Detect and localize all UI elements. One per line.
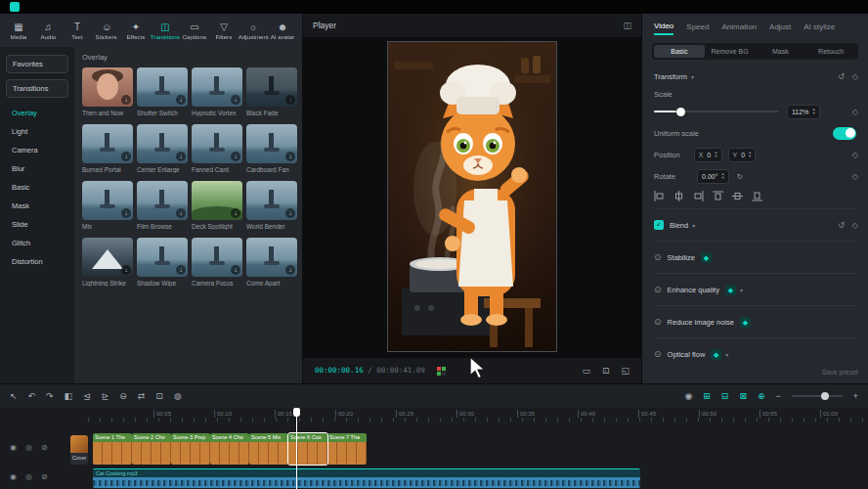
split-icon[interactable]: ◧ — [65, 391, 73, 401]
transition-item[interactable]: ↓Shutter Switch — [137, 67, 188, 124]
scale-slider[interactable] — [654, 111, 779, 112]
select-tool-icon[interactable]: ↖ — [10, 391, 18, 401]
zoom-out-icon[interactable]: − — [775, 391, 780, 401]
delete-right-icon[interactable]: ⊵ — [102, 391, 109, 401]
tab-ai-avatar[interactable]: ☻AI avatar — [268, 22, 297, 40]
hide-track-icon[interactable]: ◎ — [25, 443, 32, 452]
subtab-basic[interactable]: Basic — [654, 45, 705, 58]
tab-effects[interactable]: ✦Effects — [121, 22, 151, 40]
playhead-handle[interactable] — [293, 408, 300, 417]
save-preset-button[interactable]: Save preset — [822, 369, 858, 376]
transition-item[interactable]: ↓Cardboard Fan — [246, 124, 297, 181]
tab-captions[interactable]: ▭Captions — [180, 22, 209, 40]
clip-scene-4[interactable]: Scene 4 Cho — [210, 433, 249, 465]
transition-item[interactable]: ↓Camera Focus — [192, 238, 242, 294]
keyframe-icon[interactable]: ◇ — [852, 172, 858, 181]
transition-item[interactable]: ↓Film Browse — [137, 181, 188, 238]
clip-scene-1[interactable]: Scene 1 The — [93, 433, 132, 465]
clip-scene-7[interactable]: Scene 7 Tha — [327, 433, 367, 465]
tab-ai-stylize[interactable]: AI stylize — [803, 22, 835, 34]
player-layout-icon[interactable]: ◫ — [623, 21, 631, 30]
timeline-ruler[interactable]: 00:05 00:10 00:15 00:20 00:25 00:30 00:3… — [88, 408, 868, 423]
link-clips-icon[interactable]: ⊠ — [739, 391, 747, 401]
record-icon[interactable]: ◉ — [10, 443, 17, 452]
stepper-down-icon[interactable]: ▾ — [812, 111, 814, 115]
sidebar-item-distortion[interactable]: Distortion — [6, 252, 68, 271]
keyframe-icon[interactable]: ◇ — [852, 151, 858, 159]
tab-animation[interactable]: Animation — [721, 22, 757, 34]
tab-media[interactable]: ▦Media — [4, 22, 33, 40]
transition-item[interactable]: ↓Come Apart — [246, 238, 297, 294]
position-y-stepper[interactable]: Y 0 ▴▾ — [728, 148, 757, 162]
timeline-zoom-slider[interactable] — [792, 395, 843, 397]
blend-checkbox[interactable]: ✓ — [654, 220, 664, 230]
delete-icon[interactable]: ⊖ — [119, 391, 127, 401]
clip-scene-6[interactable]: Scene 6 Coo — [288, 433, 327, 465]
tab-filters[interactable]: ▽Filters — [209, 22, 239, 40]
subtab-mask[interactable]: Mask — [756, 45, 806, 58]
transition-item[interactable]: ↓Black Fade — [246, 67, 297, 124]
redo-icon[interactable]: ↷ — [46, 391, 54, 401]
stepper-down-icon[interactable]: ▾ — [715, 155, 716, 158]
video-preview[interactable] — [303, 37, 641, 358]
transition-item[interactable]: ↓Lightning Strike — [82, 238, 133, 294]
subtab-remove-bg[interactable]: Remove BG — [705, 45, 756, 58]
preview-axis-icon[interactable]: ⊞ — [703, 391, 711, 401]
sidebar-item-camera[interactable]: Camera — [6, 141, 68, 159]
sidebar-item-basic[interactable]: Basic — [6, 178, 68, 197]
transition-item[interactable]: ↓Mix — [82, 181, 133, 238]
subtab-retouch[interactable]: Retouch — [805, 45, 856, 58]
undo-icon[interactable]: ↶ — [28, 391, 36, 401]
mask-tool-icon[interactable]: ◍ — [174, 391, 182, 401]
transition-item[interactable]: ↓Hypnotic Vortex — [192, 67, 242, 124]
tab-adjust[interactable]: Adjust — [769, 22, 791, 34]
rotate-stepper[interactable]: 0.00° ▴▾ — [697, 169, 729, 184]
align-left-icon[interactable] — [654, 191, 665, 201]
delete-left-icon[interactable]: ⊴ — [83, 391, 91, 401]
clip-scene-5[interactable]: Scene 5 Mix — [249, 433, 288, 465]
transition-item[interactable]: ↓Then and Now — [82, 67, 133, 124]
zoom-slider-knob[interactable] — [821, 392, 829, 400]
transition-item[interactable]: ↓Center Enlarge — [137, 124, 188, 181]
transition-item[interactable]: ↓Deck Spotlight — [192, 181, 242, 238]
sidebar-favorites[interactable]: Favorites — [6, 55, 68, 73]
ratio-icon[interactable]: ▭ — [582, 366, 590, 376]
sidebar-transitions[interactable]: Transitions — [6, 79, 68, 98]
align-middle-v-icon[interactable] — [732, 191, 743, 201]
position-x-stepper[interactable]: X 0 ▴▾ — [694, 148, 722, 162]
align-right-icon[interactable] — [693, 191, 704, 201]
crop-icon[interactable]: ⊡ — [155, 391, 163, 401]
sidebar-item-mask[interactable]: Mask — [6, 197, 68, 215]
transition-item[interactable]: ↓Burned Portal — [82, 124, 133, 181]
scale-value-stepper[interactable]: 112% ▴▾ — [787, 105, 820, 119]
clip-scene-3[interactable]: Scene 3 Prep — [171, 433, 210, 465]
transition-item[interactable]: ↓World Bender — [246, 181, 297, 238]
reset-icon[interactable]: ↺ — [838, 72, 845, 81]
reduce-noise-label[interactable]: Reduce image noise — [668, 318, 734, 327]
voiceover-icon[interactable]: ◉ — [684, 391, 692, 401]
sidebar-item-glitch[interactable]: Glitch — [6, 234, 68, 252]
tab-speed[interactable]: Speed — [686, 22, 709, 34]
transform-section-label[interactable]: Transform — [654, 72, 687, 81]
sidebar-item-light[interactable]: Light — [6, 122, 68, 141]
lock-track-icon[interactable]: ⊘ — [41, 443, 48, 452]
keyframe-icon[interactable]: ◇ — [852, 221, 858, 230]
optical-flow-label[interactable]: Optical flow — [668, 350, 706, 359]
playhead[interactable] — [296, 408, 297, 489]
rotate-dial-icon[interactable]: ↻ — [737, 172, 743, 181]
align-top-icon[interactable] — [713, 191, 723, 201]
enhance-quality-label[interactable]: Enhance quality — [668, 286, 719, 294]
sidebar-item-slide[interactable]: Slide — [6, 215, 68, 234]
tab-adjustment[interactable]: ☼Adjustment — [239, 22, 268, 40]
align-center-h-icon[interactable] — [673, 191, 684, 201]
transition-item[interactable]: ↓Shadow Wipe — [137, 238, 188, 294]
blend-label[interactable]: Blend — [670, 221, 688, 230]
mirror-icon[interactable]: ⇄ — [138, 391, 146, 401]
hide-track-icon[interactable]: ◎ — [25, 472, 32, 481]
align-bottom-icon[interactable] — [752, 191, 762, 201]
keyframe-icon[interactable]: ◇ — [852, 108, 858, 116]
uniform-scale-toggle[interactable] — [833, 127, 856, 140]
quality-grid-icon[interactable] — [437, 367, 446, 376]
fullscreen-icon[interactable]: ◱ — [621, 366, 629, 376]
sidebar-item-overlay[interactable]: Overlay — [6, 104, 68, 122]
